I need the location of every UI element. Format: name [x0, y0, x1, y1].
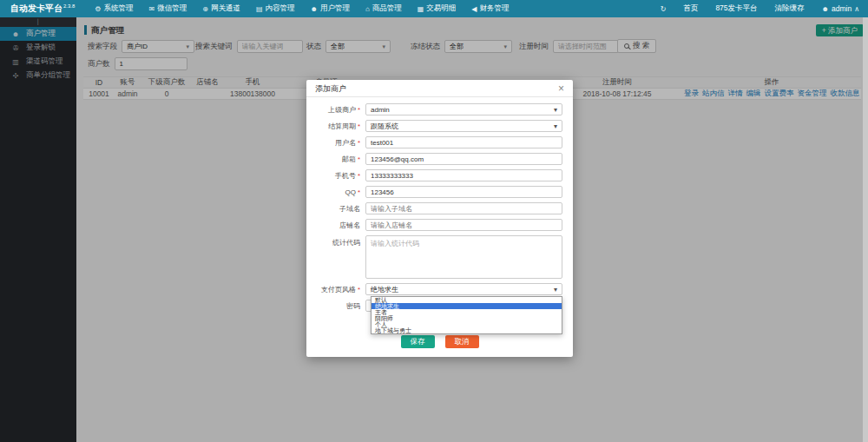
username: admin [832, 4, 852, 13]
stats-code-label: 统计代码 [317, 235, 365, 247]
gear-icon: ⚙ [95, 5, 101, 13]
document-icon: ▤ [256, 5, 263, 13]
modal-title: 添加商户 [315, 80, 346, 97]
chevron-down-icon: ▾ [554, 286, 557, 294]
parent-merchant-label: 上级商户* [317, 105, 365, 115]
store-icon: ⌂ [365, 5, 370, 13]
nav-content[interactable]: ▤ 内容管理 [248, 0, 303, 17]
qq-label: QQ* [317, 188, 365, 196]
option-personal[interactable]: 个人 [372, 321, 562, 327]
nav-wechat[interactable]: ✉ 微信管理 [141, 0, 195, 17]
qq-field[interactable] [365, 186, 562, 198]
nav-transactions[interactable]: ▦ 交易明细 [410, 0, 464, 17]
shop-name-field[interactable] [365, 219, 562, 231]
username-label: 用户名* [317, 138, 365, 148]
phone-label: 手机号* [317, 171, 365, 181]
stats-code-field[interactable] [365, 235, 562, 279]
email-field[interactable] [365, 153, 562, 165]
app-brand: 自动发卡平台2.3.8 [0, 3, 87, 15]
nav-gateway[interactable]: ⊕ 网关通道 [194, 0, 248, 17]
nav-finance[interactable]: ◀ 财务管理 [464, 0, 516, 17]
settle-cycle-label: 结算周期* [317, 122, 365, 131]
username-field[interactable] [365, 136, 562, 148]
add-merchant-modal: 添加商户 × 上级商户* admin ▾ 结算周期* 跟随系统 ▾ 用户名* 邮… [306, 80, 573, 357]
home-link[interactable]: 首页 [674, 0, 707, 17]
app-version: 2.3.8 [63, 3, 75, 9]
nav-users[interactable]: ☻ 用户管理 [303, 0, 358, 17]
gateway-icon: ⊕ [202, 5, 208, 13]
pay-style-label: 支付页风格* [317, 285, 365, 294]
clear-cache-link[interactable]: 清除缓存 [766, 0, 813, 17]
nav-goods[interactable]: ⌂ 商品管理 [358, 0, 410, 17]
pay-style-options: 默认 绝地求生 王者 阴阳师 个人 地下城与勇士 [371, 296, 562, 334]
nav-system[interactable]: ⚙ 系统管理 [87, 0, 141, 17]
page-scrollbar[interactable] [863, 17, 868, 442]
save-button[interactable]: 保存 [401, 335, 435, 348]
chat-icon: ✉ [149, 5, 155, 13]
settle-cycle-select[interactable]: 跟随系统 ▾ [365, 120, 562, 132]
chevron-down-icon: ▾ [554, 106, 557, 114]
cancel-button[interactable]: 取消 [445, 335, 479, 348]
refresh-button[interactable]: ↻ [652, 0, 675, 17]
speaker-icon: ◀ [471, 5, 477, 13]
parent-merchant-select[interactable]: admin ▾ [365, 103, 562, 115]
option-default[interactable]: 默认 [372, 297, 562, 303]
option-kings[interactable]: 王者 [372, 309, 562, 315]
user-icon: ☻ [822, 5, 829, 13]
caret-up-icon: ∧ [854, 5, 859, 13]
user-menu[interactable]: ☻ admin ∧ [813, 0, 868, 17]
shop-name-label: 店铺名 [317, 221, 365, 230]
users-icon: ☻ [311, 5, 318, 13]
email-label: 邮箱* [317, 155, 365, 164]
subdomain-label: 子域名 [317, 204, 365, 214]
option-dnf[interactable]: 地下城与勇士 [372, 327, 562, 333]
subdomain-field[interactable] [365, 202, 562, 214]
refresh-icon: ↻ [661, 5, 667, 13]
option-onmyoji[interactable]: 阴阳师 [372, 315, 562, 321]
option-pubg[interactable]: 绝地求生 [372, 303, 562, 309]
platform-link[interactable]: 875发卡平台 [707, 0, 766, 17]
pay-style-select[interactable]: 绝地求生 ▾ [365, 283, 562, 295]
chevron-down-icon: ▾ [554, 122, 557, 130]
close-icon[interactable]: × [558, 83, 564, 94]
top-navbar: 自动发卡平台2.3.8 ⚙ 系统管理 ✉ 微信管理 ⊕ 网关通道 ▤ 内容管理 … [0, 0, 868, 17]
phone-field[interactable] [365, 169, 562, 181]
password-label: 密码 [317, 301, 365, 311]
chart-icon: ▦ [418, 5, 424, 13]
